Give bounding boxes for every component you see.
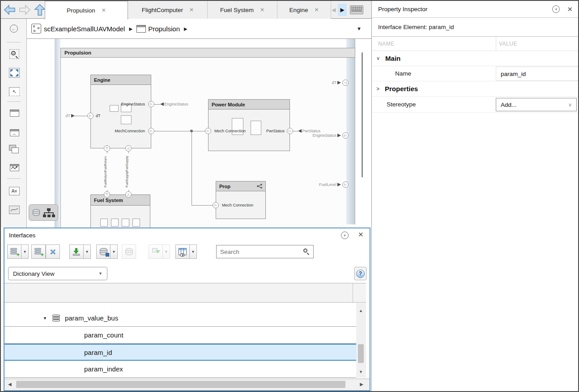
breadcrumb-component[interactable]: Propulsion bbox=[148, 25, 180, 33]
tab-scroll-right-icon[interactable]: ▶ bbox=[338, 4, 347, 16]
table-view-dropdown[interactable]: ▼ bbox=[190, 244, 197, 259]
zoom-region-button[interactable]: + bbox=[8, 48, 21, 60]
edge-port-engine-status[interactable]: ▷ bbox=[342, 132, 349, 139]
diagram-canvas[interactable]: Propulsion FuelReturnFuelReturn FuelSupp… bbox=[27, 39, 371, 228]
import-icon bbox=[73, 248, 80, 256]
search-icon[interactable] bbox=[303, 249, 310, 255]
new-window-button[interactable] bbox=[8, 107, 21, 119]
back-button[interactable] bbox=[4, 4, 16, 17]
close-icon[interactable]: ✕ bbox=[260, 7, 264, 13]
port-arrow-icon bbox=[71, 114, 75, 118]
expander-icon[interactable]: ▼ bbox=[43, 316, 47, 320]
tree-row-element[interactable]: param_count bbox=[4, 327, 356, 344]
engine-fuel-supply-port[interactable]: △ bbox=[125, 145, 132, 152]
view-selector-dropdown[interactable]: Dictionary View ▼ bbox=[8, 267, 107, 280]
engine-mech-port[interactable]: ▷ bbox=[148, 128, 154, 134]
close-icon[interactable]: ✕ bbox=[358, 231, 364, 239]
scroll-right-icon[interactable]: ▶ bbox=[360, 382, 363, 387]
copy-view-button[interactable] bbox=[8, 143, 21, 156]
keyboard-icon[interactable] bbox=[350, 5, 363, 14]
tab-fuel-system[interactable]: Fuel System ✕ bbox=[208, 1, 277, 19]
search-box[interactable] bbox=[216, 245, 314, 258]
scroll-down-icon[interactable]: ▼ bbox=[359, 370, 363, 374]
add-interface-icon: + bbox=[10, 248, 18, 255]
up-icon bbox=[34, 4, 46, 16]
annotation-button[interactable]: A≡ bbox=[8, 185, 21, 197]
fuel-system-block[interactable]: Fuel System bbox=[90, 194, 150, 228]
prop-title: Prop bbox=[219, 184, 230, 189]
tab-engine[interactable]: Engine ✕ bbox=[277, 1, 331, 19]
breadcrumb-separator-icon: ▶ bbox=[129, 26, 132, 31]
port-in-icon: ▷ bbox=[344, 183, 346, 186]
container-header[interactable]: Propulsion bbox=[60, 48, 355, 58]
signal-view-button[interactable] bbox=[8, 161, 21, 174]
tab-propulsion[interactable]: Propulsion ✕ bbox=[45, 1, 128, 19]
import-button[interactable] bbox=[69, 244, 84, 259]
edge-port-fuel-level[interactable]: ▷ bbox=[342, 181, 349, 188]
add-element-button[interactable]: + bbox=[31, 244, 46, 259]
panel-menu-icon[interactable]: ▼ bbox=[552, 5, 560, 13]
tree-row-bus[interactable]: ▼ param_value_bus bbox=[4, 310, 356, 327]
save-dictionary-dropdown[interactable]: ▼ bbox=[111, 244, 118, 259]
resize-window-button[interactable]: ↔ bbox=[8, 126, 21, 139]
stereotype-dropdown[interactable]: Add... ∨ bbox=[496, 98, 577, 111]
fuel-system-supply-port[interactable]: △ bbox=[125, 191, 132, 198]
power-module-pwr-port[interactable]: ▷ bbox=[287, 128, 293, 134]
close-icon[interactable]: ✕ bbox=[314, 7, 319, 13]
close-icon[interactable]: ✕ bbox=[102, 7, 106, 13]
image-button[interactable] bbox=[8, 203, 21, 216]
import-adapter-icon bbox=[152, 248, 159, 256]
save-dictionary-button[interactable] bbox=[96, 244, 111, 259]
breadcrumb-dropdown-icon[interactable]: ▼ bbox=[357, 26, 362, 31]
section-properties[interactable]: > Properties bbox=[372, 81, 579, 97]
delete-button[interactable]: ✕ bbox=[46, 244, 60, 259]
tree-row-label: param_value_bus bbox=[65, 314, 118, 322]
up-to-parent-button[interactable] bbox=[34, 4, 46, 18]
import-adapter-button[interactable] bbox=[149, 244, 163, 259]
engine-status-port[interactable]: ▷ bbox=[148, 101, 154, 107]
edge-port-dt[interactable]: ◁ bbox=[342, 80, 349, 86]
subcomponent-preview bbox=[122, 219, 129, 227]
tree-row-element[interactable]: param_index bbox=[4, 361, 356, 378]
select-region-button[interactable]: ↖ bbox=[8, 85, 21, 98]
link-dictionary-button[interactable] bbox=[122, 244, 136, 259]
engine-fuel-return-port[interactable]: ▽ bbox=[104, 145, 110, 152]
forward-button[interactable] bbox=[19, 4, 31, 17]
scrollbar-thumb[interactable] bbox=[16, 381, 345, 388]
navigate-back-circle-icon[interactable]: ← bbox=[10, 25, 18, 33]
table-view-button[interactable] bbox=[175, 244, 190, 259]
canvas-vertical-scrollbar[interactable] bbox=[362, 52, 363, 177]
tree-vertical-scrollbar[interactable]: ▲ ▼ bbox=[356, 303, 366, 378]
power-module-mech-port[interactable]: ▷ bbox=[205, 128, 211, 134]
tree-row-element-selected[interactable]: param_id bbox=[4, 344, 356, 361]
add-interface-button[interactable]: + bbox=[7, 244, 21, 259]
column-value: VALUE bbox=[499, 41, 517, 47]
import-adapter-dropdown[interactable]: ▼ bbox=[163, 244, 170, 259]
panel-menu-icon[interactable]: ▼ bbox=[341, 232, 349, 239]
fuel-system-return-port[interactable]: ▽ bbox=[104, 191, 110, 198]
save-dictionary-icon bbox=[100, 248, 107, 255]
scroll-up-icon[interactable]: ▲ bbox=[359, 308, 363, 313]
chevron-down-icon: ▼ bbox=[98, 271, 102, 276]
perspective-badge[interactable] bbox=[29, 204, 58, 221]
power-module-block[interactable]: Power Module bbox=[208, 99, 290, 151]
fit-to-view-button[interactable] bbox=[8, 67, 21, 79]
help-button[interactable]: ? bbox=[354, 267, 366, 280]
search-input[interactable] bbox=[217, 249, 303, 255]
tree-horizontal-scrollbar[interactable]: ◀ ▶ bbox=[4, 379, 370, 390]
tab-scroll-left-icon[interactable]: ◀ bbox=[332, 7, 336, 13]
breadcrumb-model[interactable]: scExampleSmallUAVModel bbox=[44, 25, 125, 33]
add-interface-dropdown[interactable]: ▼ bbox=[21, 244, 29, 259]
tab-flightcomputer[interactable]: FlightComputer ✕ bbox=[128, 1, 208, 19]
close-icon[interactable]: ✕ bbox=[189, 7, 194, 13]
scrollbar-thumb[interactable] bbox=[358, 344, 364, 363]
scroll-left-icon[interactable]: ◀ bbox=[8, 382, 12, 387]
conserving-port-icon: ▽ bbox=[106, 147, 108, 150]
prop-mech-port[interactable]: ▷ bbox=[213, 202, 219, 208]
section-main[interactable]: ∨ Main bbox=[372, 51, 579, 66]
name-value-field[interactable]: param_id bbox=[496, 67, 579, 81]
prop-block[interactable]: Prop bbox=[216, 181, 266, 219]
close-icon[interactable]: ✕ bbox=[567, 5, 573, 13]
import-dropdown[interactable]: ▼ bbox=[84, 244, 91, 259]
engine-dt-port[interactable]: ▷ bbox=[87, 113, 94, 119]
